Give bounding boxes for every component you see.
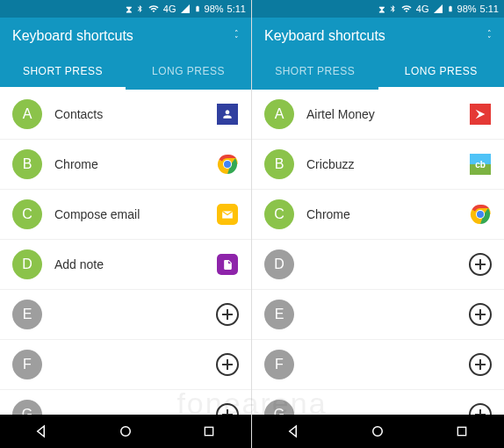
shortcut-label: Cricbuzz (306, 157, 457, 171)
add-icon[interactable] (216, 353, 239, 376)
shortcut-row[interactable]: G (0, 390, 251, 415)
page-title: Keyboard shortcuts (12, 28, 133, 44)
shortcut-row[interactable]: D (252, 240, 504, 289)
add-icon[interactable] (469, 253, 492, 276)
shortcut-list-right: AAirtel MoneyBCricbuzzcbCChromeDEFG (252, 90, 504, 415)
tab-short-press[interactable]: SHORT PRESS (252, 54, 378, 90)
phone-left: ⧗ 4G 98% 5:11 Keyboard shortcuts ˄˅ SHOR… (0, 0, 252, 448)
svg-point-7 (477, 211, 484, 218)
letter-badge: E (12, 300, 42, 329)
wifi-icon (400, 4, 413, 14)
hourglass-icon: ⧗ (378, 4, 385, 15)
battery-icon (194, 4, 201, 14)
signal-icon (180, 4, 191, 14)
svg-point-8 (373, 427, 383, 437)
add-icon[interactable] (469, 353, 492, 376)
letter-badge: F (264, 350, 294, 379)
letter-badge: C (12, 199, 42, 229)
collapse-icon[interactable]: ˄˅ (234, 31, 239, 42)
svg-point-3 (121, 427, 131, 437)
battery-percent: 98% (205, 4, 224, 14)
battery-icon (447, 4, 454, 14)
svg-point-2 (224, 161, 231, 168)
letter-badge: A (12, 99, 42, 129)
letter-badge: C (264, 199, 294, 229)
shortcut-list-left: AContactsBChromeCCompose emailDAdd noteE… (0, 90, 251, 415)
shortcut-row[interactable]: F (0, 340, 251, 389)
collapse-icon[interactable]: ˄˅ (487, 31, 492, 42)
letter-badge: B (264, 149, 294, 179)
add-icon[interactable] (216, 303, 239, 326)
navbar (252, 415, 504, 448)
nav-recent[interactable] (187, 424, 231, 438)
add-icon[interactable] (216, 403, 239, 415)
note-icon (217, 254, 238, 275)
tab-long-press[interactable]: LONG PRESS (126, 54, 251, 90)
shortcut-row[interactable]: DAdd note (0, 240, 251, 289)
shortcut-row[interactable]: BChrome (0, 140, 251, 189)
network-label: 4G (163, 4, 176, 14)
bluetooth-icon (389, 4, 397, 14)
bluetooth-icon (136, 4, 144, 14)
svg-rect-9 (457, 427, 465, 435)
shortcut-label: Add note (54, 257, 204, 271)
airtel-icon (470, 104, 491, 125)
shortcut-label: Chrome (54, 157, 204, 171)
shortcut-label: Compose email (54, 207, 204, 221)
tab-long-press[interactable]: LONG PRESS (378, 54, 505, 90)
navbar (0, 415, 251, 448)
shortcut-row[interactable]: G (252, 390, 504, 415)
letter-badge: A (264, 99, 294, 129)
letter-badge: E (264, 300, 294, 329)
cricbuzz-icon: cb (470, 154, 491, 175)
add-icon[interactable] (469, 303, 492, 326)
shortcut-label: Chrome (306, 207, 457, 221)
status-bar: ⧗ 4G 98% 5:11 (0, 0, 251, 18)
titlebar: Keyboard shortcuts ˄˅ (252, 18, 504, 54)
wifi-icon (148, 4, 160, 14)
tabs: SHORT PRESS LONG PRESS (252, 54, 504, 90)
contacts-icon (217, 104, 238, 125)
nav-home[interactable] (104, 423, 148, 439)
chrome-icon (217, 154, 238, 175)
nav-back[interactable] (20, 423, 64, 439)
tabs: SHORT PRESS LONG PRESS (0, 54, 251, 90)
add-icon[interactable] (469, 403, 492, 415)
phone-right: ⧗ 4G 98% 5:11 Keyboard shortcuts ˄˅ SHOR… (252, 0, 504, 448)
shortcut-label: Airtel Money (306, 107, 457, 121)
mail-icon (217, 204, 238, 225)
battery-percent: 98% (457, 4, 477, 14)
status-bar: ⧗ 4G 98% 5:11 (252, 0, 504, 18)
shortcut-row[interactable]: E (0, 290, 251, 339)
letter-badge: D (12, 249, 42, 279)
svg-rect-4 (205, 427, 213, 435)
letter-badge: D (264, 249, 294, 279)
letter-badge: G (264, 400, 294, 415)
shortcut-row[interactable]: AAirtel Money (252, 90, 504, 139)
nav-recent[interactable] (440, 424, 484, 438)
page-title: Keyboard shortcuts (264, 28, 385, 44)
network-label: 4G (416, 4, 429, 14)
letter-badge: B (12, 149, 42, 179)
letter-badge: F (12, 350, 42, 379)
shortcut-row[interactable]: F (252, 340, 504, 389)
clock: 5:11 (227, 4, 246, 14)
shortcut-row[interactable]: AContacts (0, 90, 251, 139)
tab-short-press[interactable]: SHORT PRESS (0, 54, 126, 90)
titlebar: Keyboard shortcuts ˄˅ (0, 18, 251, 54)
clock: 5:11 (480, 4, 499, 14)
shortcut-row[interactable]: CChrome (252, 190, 504, 239)
shortcut-row[interactable]: E (252, 290, 504, 339)
shortcut-row[interactable]: BCricbuzzcb (252, 140, 504, 189)
shortcut-label: Contacts (54, 107, 204, 121)
chrome-icon (470, 204, 491, 225)
nav-home[interactable] (356, 423, 400, 439)
hourglass-icon: ⧗ (126, 4, 133, 15)
signal-icon (433, 4, 443, 14)
shortcut-row[interactable]: CCompose email (0, 190, 251, 239)
letter-badge: G (12, 400, 42, 415)
nav-back[interactable] (272, 423, 316, 439)
